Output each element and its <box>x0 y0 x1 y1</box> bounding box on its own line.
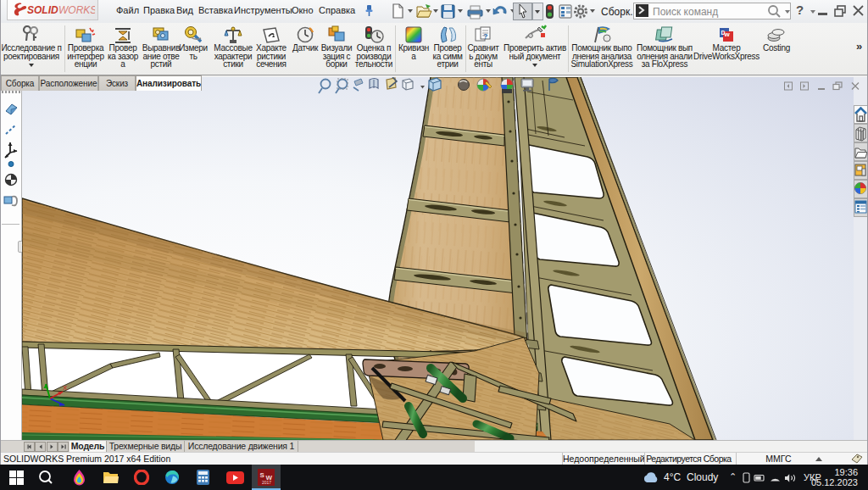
svg-text:WORKS: WORKS <box>58 4 95 16</box>
svg-text:X: X <box>63 384 68 392</box>
svg-text:S: S <box>260 471 265 479</box>
svg-text:D: D <box>721 30 726 36</box>
svg-text:?: ? <box>483 32 488 41</box>
svg-text:SOLID: SOLID <box>27 4 58 16</box>
svg-text:2017: 2017 <box>262 480 271 485</box>
